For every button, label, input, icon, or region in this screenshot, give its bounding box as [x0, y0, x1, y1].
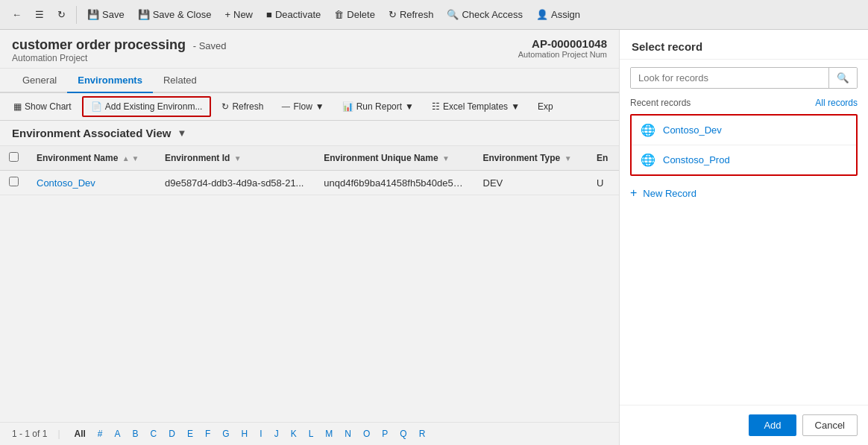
search-box: 🔍	[630, 67, 858, 89]
new-record-label: New Record	[643, 188, 696, 199]
refresh-button[interactable]: ↻ Refresh	[383, 6, 440, 23]
delete-icon: 🗑	[334, 9, 344, 20]
row-id-cell: d9e587d4-ddb3-4d9a-sd58-21...	[156, 171, 315, 195]
sort-name-icon: ▲ ▼	[122, 154, 139, 162]
col-env-name[interactable]: Environment Name ▲ ▼	[28, 146, 156, 171]
globe-icon-1: 🌐	[641, 123, 655, 137]
page-q[interactable]: Q	[396, 427, 410, 441]
new-icon: +	[224, 9, 230, 20]
page-k[interactable]: K	[287, 427, 301, 441]
menu-icon: ☰	[35, 9, 44, 20]
row-unique-cell: unqd4f6b9ba41458fh5b40de52055...	[315, 171, 474, 195]
search-icon: 🔍	[837, 72, 849, 83]
delete-button[interactable]: 🗑 Delete	[328, 6, 381, 23]
page-h[interactable]: H	[238, 427, 252, 441]
view-title-chevron[interactable]: ▼	[177, 127, 186, 139]
new-button[interactable]: + New	[218, 6, 259, 23]
page-hash[interactable]: #	[94, 427, 107, 441]
sub-refresh-button[interactable]: ↻ Refresh	[214, 98, 271, 116]
page-f[interactable]: F	[201, 427, 214, 441]
refresh-page-icon: ↻	[57, 9, 66, 20]
save-label: Save	[102, 9, 125, 20]
deactivate-label: Deactivate	[275, 9, 321, 20]
assign-icon: 👤	[536, 9, 548, 20]
form-id-section: AP-000001048 Automation Project Num	[518, 37, 607, 59]
page-m[interactable]: M	[321, 427, 336, 441]
sub-refresh-icon: ↻	[221, 101, 229, 112]
back-button[interactable]: ←	[6, 6, 28, 23]
page-d[interactable]: D	[165, 427, 179, 441]
page-a[interactable]: A	[111, 427, 125, 441]
page-j[interactable]: J	[271, 427, 283, 441]
globe-icon-2: 🌐	[641, 153, 655, 167]
main-area: customer order processing - Saved Automa…	[0, 30, 868, 445]
form-subtitle: Automation Project	[12, 53, 227, 63]
export-label: Exp	[538, 101, 553, 112]
page-e[interactable]: E	[183, 427, 197, 441]
new-label: New	[233, 9, 253, 20]
row-checkbox[interactable]	[9, 177, 19, 186]
form-panel: customer order processing - Saved Automa…	[0, 30, 619, 445]
flow-icon: ⸻	[281, 101, 290, 112]
menu-button[interactable]: ☰	[29, 6, 50, 23]
refresh-page-button[interactable]: ↻	[51, 6, 72, 23]
deactivate-button[interactable]: ■ Deactivate	[260, 6, 327, 23]
page-r[interactable]: R	[415, 427, 430, 441]
new-record-row[interactable]: + New Record	[620, 179, 868, 207]
pagination: 1 - 1 of 1 | All # A B C D E F G H I J K…	[0, 422, 619, 445]
plus-icon: +	[630, 186, 637, 200]
record-item-1[interactable]: 🌐 Contoso_Dev	[632, 116, 856, 145]
search-button[interactable]: 🔍	[828, 68, 857, 88]
page-b[interactable]: B	[129, 427, 142, 441]
search-input[interactable]	[631, 68, 828, 88]
check-access-label: Check Access	[462, 9, 523, 20]
save-close-label: Save & Close	[153, 9, 212, 20]
assign-button[interactable]: 👤 Assign	[530, 6, 586, 23]
tab-environments[interactable]: Environments	[67, 69, 153, 93]
col-env-id[interactable]: Environment Id ▼	[156, 146, 315, 171]
add-button[interactable]: Add	[749, 414, 796, 436]
run-report-button[interactable]: 📊 Run Report ▼	[335, 98, 421, 116]
select-all-checkbox[interactable]	[9, 152, 19, 162]
page-c[interactable]: C	[147, 427, 161, 441]
records-list: 🌐 Contoso_Dev 🌐 Constoso_Prod	[630, 114, 858, 176]
page-g[interactable]: G	[218, 427, 233, 441]
page-all[interactable]: All	[71, 427, 89, 441]
saved-badge: - Saved	[193, 40, 227, 51]
all-records-link[interactable]: All records	[815, 98, 858, 108]
main-toolbar: ← ☰ ↻ 💾 Save 💾 Save & Close + New ■ Deac…	[0, 0, 868, 30]
record-item-2[interactable]: 🌐 Constoso_Prod	[632, 145, 856, 174]
excel-templates-button[interactable]: ☷ Excel Templates ▼	[424, 98, 527, 116]
show-chart-button[interactable]: ▦ Show Chart	[6, 98, 79, 116]
form-title: customer order processing	[12, 37, 186, 52]
page-l[interactable]: L	[305, 427, 318, 441]
col-env-extra: En	[588, 146, 619, 171]
show-chart-label: Show Chart	[25, 101, 72, 112]
col-env-unique[interactable]: Environment Unique Name ▼	[315, 146, 474, 171]
col-env-type[interactable]: Environment Type ▼	[474, 146, 588, 171]
sort-type-icon: ▼	[564, 154, 572, 162]
page-p[interactable]: P	[378, 427, 391, 441]
assign-label: Assign	[551, 9, 580, 20]
flow-button[interactable]: ⸻ Flow ▼	[274, 98, 331, 116]
add-existing-button[interactable]: 📄 Add Existing Environm...	[82, 96, 212, 117]
export-button[interactable]: Exp	[530, 98, 561, 116]
page-n[interactable]: N	[341, 427, 355, 441]
form-header: customer order processing - Saved Automa…	[0, 30, 619, 69]
save-close-button[interactable]: 💾 Save & Close	[132, 6, 218, 23]
run-report-icon: 📊	[342, 101, 353, 112]
cancel-button[interactable]: Cancel	[802, 414, 858, 436]
page-o[interactable]: O	[359, 427, 374, 441]
add-existing-icon: 📄	[91, 101, 102, 112]
save-button[interactable]: 💾 Save	[81, 6, 130, 23]
env-name-link[interactable]: Contoso_Dev	[37, 177, 95, 189]
page-i[interactable]: I	[256, 427, 265, 441]
record-name-1: Contoso_Dev	[663, 124, 722, 136]
excel-icon: ☷	[432, 101, 440, 112]
panel-footer: Add Cancel	[620, 405, 868, 445]
tabs: General Environments Related	[0, 69, 619, 93]
check-access-button[interactable]: 🔍 Check Access	[441, 6, 529, 23]
tab-related[interactable]: Related	[153, 69, 207, 93]
select-panel: Select record 🔍 Recent records All recor…	[619, 30, 868, 445]
tab-general[interactable]: General	[12, 69, 67, 93]
